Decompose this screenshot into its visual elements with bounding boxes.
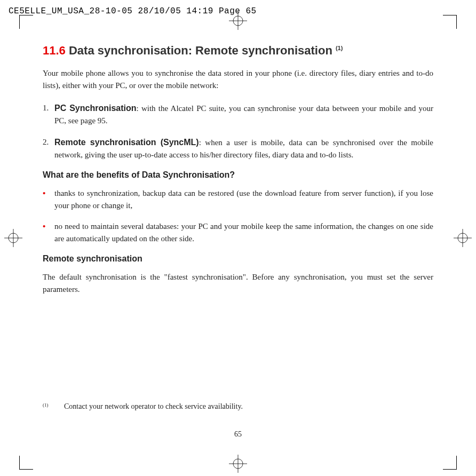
subheading-remote: Remote synchronisation xyxy=(43,254,433,264)
page-number: 65 xyxy=(43,430,433,439)
list-item: • thanks to synchronization, backup data… xyxy=(43,187,433,212)
crop-mark xyxy=(443,15,457,29)
page-content: 11.6 Data synchronisation: Remote synchr… xyxy=(43,44,433,455)
registration-mark-icon xyxy=(229,12,247,30)
print-header: CE5ELLE_UM_USA_28-10-05 28/10/05 14:19 P… xyxy=(9,6,257,16)
bullet-text: no need to maintain several databases: y… xyxy=(54,220,433,245)
registration-mark-icon xyxy=(229,455,247,473)
footnote-mark: (1) xyxy=(43,402,64,411)
footnote: (1) Contact your network operator to che… xyxy=(43,402,433,411)
section-heading: 11.6 Data synchronisation: Remote synchr… xyxy=(43,44,433,58)
bullet-icon: • xyxy=(43,187,54,212)
numbered-list: 1. PC Synchronisation: with the Alcatel … xyxy=(43,102,433,162)
section-title: Data synchronisation: Remote synchronisa… xyxy=(69,44,332,57)
registration-mark-icon xyxy=(454,229,472,247)
crop-mark xyxy=(19,15,33,29)
subheading-benefits: What are the benefits of Data Synchronis… xyxy=(43,170,433,180)
item-lead: Remote synchronisation (SyncML) xyxy=(54,138,199,147)
crop-mark xyxy=(443,456,457,470)
bullet-icon: • xyxy=(43,220,54,245)
item-number: 1. xyxy=(43,102,54,128)
intro-paragraph: Your mobile phone allows you to synchron… xyxy=(43,67,433,92)
section-number: 11.6 xyxy=(43,44,66,57)
item-lead: PC Synchronisation xyxy=(54,104,137,113)
list-item: • no need to maintain several databases:… xyxy=(43,220,433,245)
bullet-text: thanks to synchronization, backup data c… xyxy=(54,187,433,212)
list-item: 2. Remote synchronisation (SyncML): when… xyxy=(43,136,433,162)
bullet-list: • thanks to synchronization, backup data… xyxy=(43,187,433,245)
paragraph: The default synchronisation is the "fast… xyxy=(43,271,433,296)
item-number: 2. xyxy=(43,136,54,162)
footnote-text: Contact your network operator to check s… xyxy=(64,402,433,411)
list-item: 1. PC Synchronisation: with the Alcatel … xyxy=(43,102,433,128)
registration-mark-icon xyxy=(4,229,22,247)
crop-mark xyxy=(19,456,33,470)
section-superscript: (1) xyxy=(336,45,343,51)
